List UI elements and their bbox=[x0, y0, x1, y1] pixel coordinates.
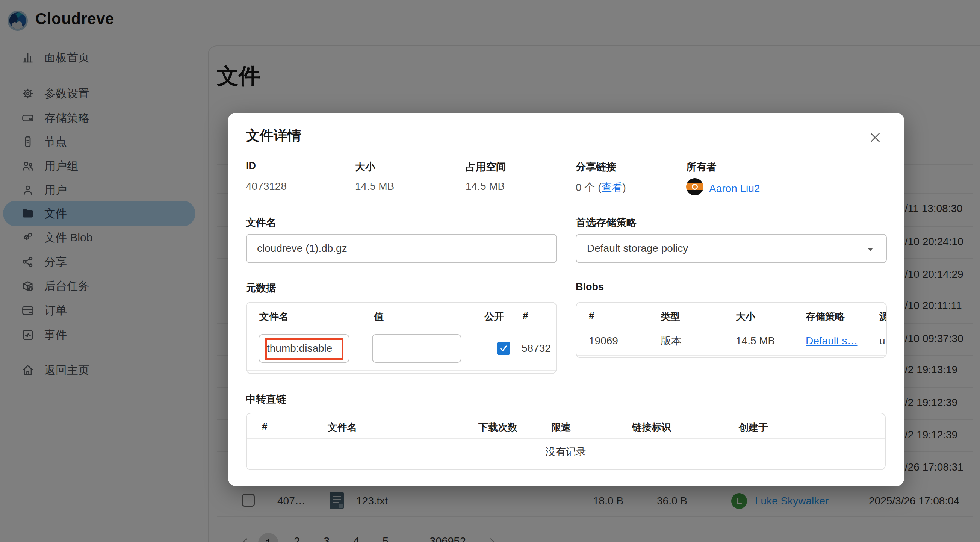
links-header-downloads: 下载次数 bbox=[478, 421, 517, 434]
blobs-header-type: 类型 bbox=[660, 310, 680, 323]
blobs-header-source: 源 bbox=[879, 310, 887, 323]
filename-label: 文件名 bbox=[246, 216, 276, 229]
metadata-row-id: 58732 bbox=[522, 334, 551, 363]
links-header-created: 创建于 bbox=[739, 421, 768, 434]
links-header-speed: 限速 bbox=[551, 421, 571, 434]
metadata-header-name: 文件名 bbox=[259, 310, 289, 323]
space-label: 占用空间 bbox=[466, 160, 506, 174]
owner-avatar[interactable] bbox=[686, 178, 703, 196]
policy-select-value: Default storage policy bbox=[587, 242, 688, 255]
direct-links-label: 中转直链 bbox=[246, 392, 286, 406]
empty-records-text: 没有记录 bbox=[247, 445, 885, 459]
links-header-token: 链接标识 bbox=[632, 421, 671, 434]
metadata-table: 文件名 值 公开 # 58732 bbox=[246, 302, 557, 374]
size-label: 大小 bbox=[355, 160, 375, 174]
blobs-header-id: # bbox=[589, 310, 594, 322]
blobs-table: # 类型 大小 存储策略 源 19069 版本 14.5 MB Default … bbox=[576, 302, 887, 358]
size-value: 14.5 MB bbox=[355, 180, 394, 193]
modal-title: 文件详情 bbox=[246, 126, 301, 145]
screen: Cloudreve 面板首页 参数设置 存储策略 节点 用户组 用户 文件 bbox=[0, 0, 980, 542]
blob-row-type: 版本 bbox=[660, 327, 682, 355]
share-view-link[interactable]: 查看 bbox=[601, 182, 622, 193]
policy-select[interactable]: Default storage policy bbox=[576, 234, 887, 263]
metadata-header-public: 公开 bbox=[484, 310, 504, 323]
share-count: 0 个 ( bbox=[576, 182, 601, 193]
blob-row-size: 14.5 MB bbox=[736, 327, 775, 355]
id-value: 4073128 bbox=[246, 180, 287, 193]
links-header-name: 文件名 bbox=[328, 421, 357, 434]
id-label: ID bbox=[246, 160, 256, 172]
blobs-label: Blobs bbox=[576, 281, 604, 293]
share-label: 分享链接 bbox=[576, 160, 616, 174]
blob-row-source: u bbox=[879, 327, 885, 355]
blobs-header-policy: 存储策略 bbox=[806, 310, 845, 323]
close-icon[interactable] bbox=[867, 129, 883, 146]
blob-row-policy-link[interactable]: Default s… bbox=[806, 327, 858, 355]
space-value: 14.5 MB bbox=[466, 180, 505, 193]
metadata-label: 元数据 bbox=[246, 281, 276, 295]
metadata-public-checkbox[interactable] bbox=[497, 342, 510, 355]
owner-label: 所有者 bbox=[686, 160, 717, 174]
file-details-modal: 文件详情 ID 4073128 大小 14.5 MB 占用空间 14.5 MB … bbox=[228, 113, 904, 486]
metadata-header-value: 值 bbox=[374, 310, 383, 323]
policy-label: 首选存储策略 bbox=[576, 216, 636, 229]
metadata-name-input[interactable] bbox=[259, 334, 350, 363]
direct-links-table: # 文件名 下载次数 限速 链接标识 创建于 没有记录 bbox=[246, 413, 886, 470]
filename-input[interactable] bbox=[246, 234, 557, 263]
share-value: 0 个 (查看) bbox=[576, 180, 626, 195]
blobs-header-size: 大小 bbox=[736, 310, 755, 323]
blob-row-id: 19069 bbox=[589, 327, 618, 355]
metadata-header-id: # bbox=[523, 310, 528, 322]
share-suffix: ) bbox=[622, 182, 626, 193]
metadata-value-input[interactable] bbox=[372, 334, 461, 363]
owner-link[interactable]: Aaron Liu2 bbox=[709, 183, 760, 195]
links-header-id: # bbox=[262, 421, 267, 433]
